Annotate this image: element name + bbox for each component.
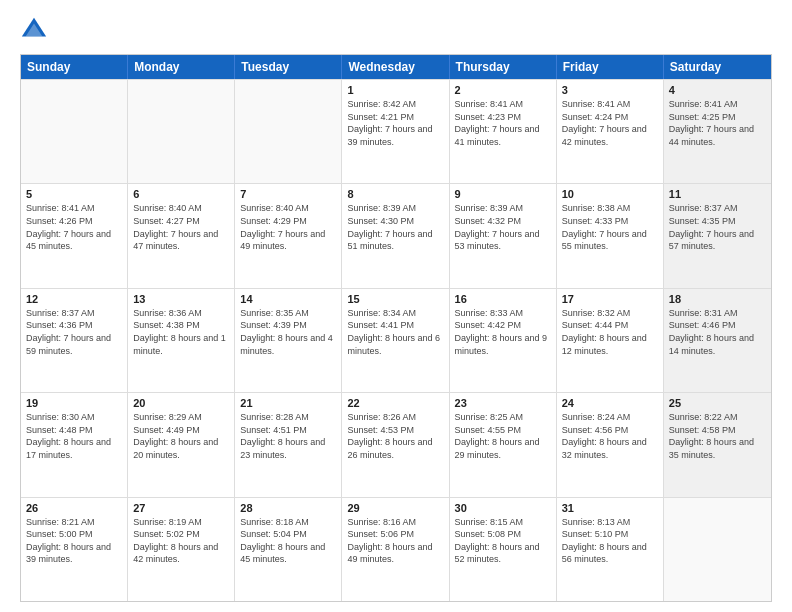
day-info: Sunrise: 8:25 AM Sunset: 4:55 PM Dayligh…	[455, 411, 551, 461]
calendar-cell-empty	[235, 80, 342, 183]
day-info: Sunrise: 8:40 AM Sunset: 4:27 PM Dayligh…	[133, 202, 229, 252]
calendar-cell-15: 15Sunrise: 8:34 AM Sunset: 4:41 PM Dayli…	[342, 289, 449, 392]
day-number: 27	[133, 502, 229, 514]
day-info: Sunrise: 8:15 AM Sunset: 5:08 PM Dayligh…	[455, 516, 551, 566]
day-info: Sunrise: 8:32 AM Sunset: 4:44 PM Dayligh…	[562, 307, 658, 357]
calendar-week-1: 5Sunrise: 8:41 AM Sunset: 4:26 PM Daylig…	[21, 183, 771, 287]
logo-icon	[20, 16, 48, 44]
header-cell-wednesday: Wednesday	[342, 55, 449, 79]
calendar-cell-14: 14Sunrise: 8:35 AM Sunset: 4:39 PM Dayli…	[235, 289, 342, 392]
calendar-cell-26: 26Sunrise: 8:21 AM Sunset: 5:00 PM Dayli…	[21, 498, 128, 601]
calendar-cell-24: 24Sunrise: 8:24 AM Sunset: 4:56 PM Dayli…	[557, 393, 664, 496]
calendar-week-4: 26Sunrise: 8:21 AM Sunset: 5:00 PM Dayli…	[21, 497, 771, 601]
day-info: Sunrise: 8:39 AM Sunset: 4:32 PM Dayligh…	[455, 202, 551, 252]
day-info: Sunrise: 8:13 AM Sunset: 5:10 PM Dayligh…	[562, 516, 658, 566]
day-number: 19	[26, 397, 122, 409]
day-info: Sunrise: 8:16 AM Sunset: 5:06 PM Dayligh…	[347, 516, 443, 566]
day-number: 12	[26, 293, 122, 305]
page: SundayMondayTuesdayWednesdayThursdayFrid…	[0, 0, 792, 612]
day-info: Sunrise: 8:28 AM Sunset: 4:51 PM Dayligh…	[240, 411, 336, 461]
day-info: Sunrise: 8:29 AM Sunset: 4:49 PM Dayligh…	[133, 411, 229, 461]
day-number: 16	[455, 293, 551, 305]
day-number: 22	[347, 397, 443, 409]
day-number: 4	[669, 84, 766, 96]
day-number: 8	[347, 188, 443, 200]
calendar-cell-18: 18Sunrise: 8:31 AM Sunset: 4:46 PM Dayli…	[664, 289, 771, 392]
calendar-cell-5: 5Sunrise: 8:41 AM Sunset: 4:26 PM Daylig…	[21, 184, 128, 287]
day-number: 31	[562, 502, 658, 514]
day-number: 29	[347, 502, 443, 514]
day-info: Sunrise: 8:38 AM Sunset: 4:33 PM Dayligh…	[562, 202, 658, 252]
day-info: Sunrise: 8:21 AM Sunset: 5:00 PM Dayligh…	[26, 516, 122, 566]
calendar-week-3: 19Sunrise: 8:30 AM Sunset: 4:48 PM Dayli…	[21, 392, 771, 496]
day-number: 6	[133, 188, 229, 200]
day-number: 25	[669, 397, 766, 409]
day-number: 20	[133, 397, 229, 409]
calendar-cell-31: 31Sunrise: 8:13 AM Sunset: 5:10 PM Dayli…	[557, 498, 664, 601]
calendar-cell-17: 17Sunrise: 8:32 AM Sunset: 4:44 PM Dayli…	[557, 289, 664, 392]
calendar-cell-7: 7Sunrise: 8:40 AM Sunset: 4:29 PM Daylig…	[235, 184, 342, 287]
day-info: Sunrise: 8:41 AM Sunset: 4:26 PM Dayligh…	[26, 202, 122, 252]
calendar-cell-8: 8Sunrise: 8:39 AM Sunset: 4:30 PM Daylig…	[342, 184, 449, 287]
day-info: Sunrise: 8:39 AM Sunset: 4:30 PM Dayligh…	[347, 202, 443, 252]
calendar-cell-9: 9Sunrise: 8:39 AM Sunset: 4:32 PM Daylig…	[450, 184, 557, 287]
day-info: Sunrise: 8:40 AM Sunset: 4:29 PM Dayligh…	[240, 202, 336, 252]
day-number: 14	[240, 293, 336, 305]
day-info: Sunrise: 8:18 AM Sunset: 5:04 PM Dayligh…	[240, 516, 336, 566]
day-info: Sunrise: 8:41 AM Sunset: 4:24 PM Dayligh…	[562, 98, 658, 148]
day-number: 13	[133, 293, 229, 305]
day-number: 3	[562, 84, 658, 96]
header-cell-sunday: Sunday	[21, 55, 128, 79]
day-number: 10	[562, 188, 658, 200]
day-info: Sunrise: 8:36 AM Sunset: 4:38 PM Dayligh…	[133, 307, 229, 357]
header-cell-saturday: Saturday	[664, 55, 771, 79]
day-number: 18	[669, 293, 766, 305]
day-number: 15	[347, 293, 443, 305]
day-number: 9	[455, 188, 551, 200]
calendar-cell-3: 3Sunrise: 8:41 AM Sunset: 4:24 PM Daylig…	[557, 80, 664, 183]
day-info: Sunrise: 8:33 AM Sunset: 4:42 PM Dayligh…	[455, 307, 551, 357]
calendar-cell-10: 10Sunrise: 8:38 AM Sunset: 4:33 PM Dayli…	[557, 184, 664, 287]
header-cell-friday: Friday	[557, 55, 664, 79]
day-number: 11	[669, 188, 766, 200]
day-info: Sunrise: 8:22 AM Sunset: 4:58 PM Dayligh…	[669, 411, 766, 461]
day-number: 1	[347, 84, 443, 96]
calendar-week-0: 1Sunrise: 8:42 AM Sunset: 4:21 PM Daylig…	[21, 79, 771, 183]
day-info: Sunrise: 8:26 AM Sunset: 4:53 PM Dayligh…	[347, 411, 443, 461]
calendar-cell-25: 25Sunrise: 8:22 AM Sunset: 4:58 PM Dayli…	[664, 393, 771, 496]
day-number: 26	[26, 502, 122, 514]
day-info: Sunrise: 8:42 AM Sunset: 4:21 PM Dayligh…	[347, 98, 443, 148]
calendar-cell-23: 23Sunrise: 8:25 AM Sunset: 4:55 PM Dayli…	[450, 393, 557, 496]
header-cell-thursday: Thursday	[450, 55, 557, 79]
calendar-cell-30: 30Sunrise: 8:15 AM Sunset: 5:08 PM Dayli…	[450, 498, 557, 601]
calendar-cell-22: 22Sunrise: 8:26 AM Sunset: 4:53 PM Dayli…	[342, 393, 449, 496]
day-number: 23	[455, 397, 551, 409]
day-number: 28	[240, 502, 336, 514]
calendar-cell-20: 20Sunrise: 8:29 AM Sunset: 4:49 PM Dayli…	[128, 393, 235, 496]
calendar-cell-empty	[664, 498, 771, 601]
calendar-week-2: 12Sunrise: 8:37 AM Sunset: 4:36 PM Dayli…	[21, 288, 771, 392]
calendar-cell-2: 2Sunrise: 8:41 AM Sunset: 4:23 PM Daylig…	[450, 80, 557, 183]
calendar-cell-empty	[128, 80, 235, 183]
calendar-body: 1Sunrise: 8:42 AM Sunset: 4:21 PM Daylig…	[21, 79, 771, 601]
day-info: Sunrise: 8:41 AM Sunset: 4:25 PM Dayligh…	[669, 98, 766, 148]
calendar-cell-16: 16Sunrise: 8:33 AM Sunset: 4:42 PM Dayli…	[450, 289, 557, 392]
day-info: Sunrise: 8:30 AM Sunset: 4:48 PM Dayligh…	[26, 411, 122, 461]
calendar-cell-28: 28Sunrise: 8:18 AM Sunset: 5:04 PM Dayli…	[235, 498, 342, 601]
day-number: 2	[455, 84, 551, 96]
logo	[20, 16, 52, 44]
calendar-cell-6: 6Sunrise: 8:40 AM Sunset: 4:27 PM Daylig…	[128, 184, 235, 287]
day-info: Sunrise: 8:37 AM Sunset: 4:36 PM Dayligh…	[26, 307, 122, 357]
day-info: Sunrise: 8:31 AM Sunset: 4:46 PM Dayligh…	[669, 307, 766, 357]
day-info: Sunrise: 8:34 AM Sunset: 4:41 PM Dayligh…	[347, 307, 443, 357]
calendar: SundayMondayTuesdayWednesdayThursdayFrid…	[20, 54, 772, 602]
day-info: Sunrise: 8:35 AM Sunset: 4:39 PM Dayligh…	[240, 307, 336, 357]
calendar-cell-27: 27Sunrise: 8:19 AM Sunset: 5:02 PM Dayli…	[128, 498, 235, 601]
header	[20, 16, 772, 44]
calendar-cell-empty	[21, 80, 128, 183]
calendar-cell-1: 1Sunrise: 8:42 AM Sunset: 4:21 PM Daylig…	[342, 80, 449, 183]
day-number: 30	[455, 502, 551, 514]
calendar-cell-12: 12Sunrise: 8:37 AM Sunset: 4:36 PM Dayli…	[21, 289, 128, 392]
calendar-cell-19: 19Sunrise: 8:30 AM Sunset: 4:48 PM Dayli…	[21, 393, 128, 496]
calendar-cell-4: 4Sunrise: 8:41 AM Sunset: 4:25 PM Daylig…	[664, 80, 771, 183]
